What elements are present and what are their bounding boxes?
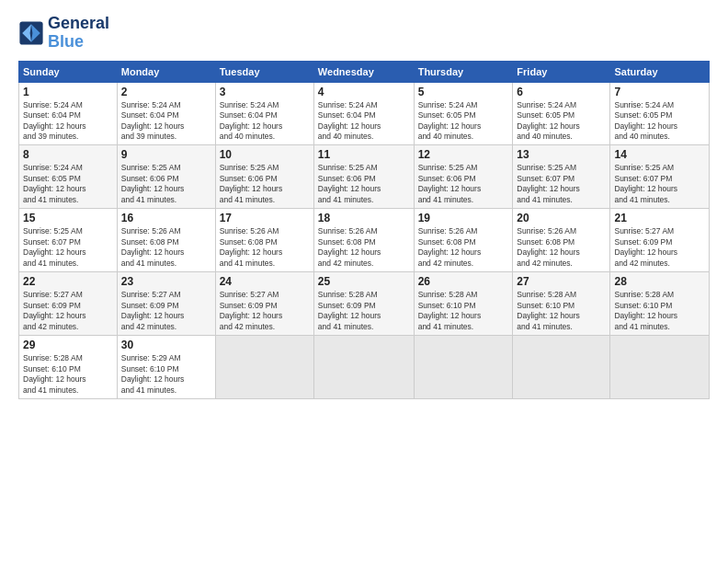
col-tuesday: Tuesday	[215, 61, 313, 82]
logo-text: GeneralBlue	[48, 15, 109, 52]
day-number: 30	[121, 339, 211, 351]
day-number: 8	[23, 148, 113, 161]
day-number: 21	[614, 212, 705, 224]
table-row: 17Sunrise: 5:26 AMSunset: 6:08 PMDayligh…	[215, 209, 313, 272]
header: GeneralBlue	[18, 15, 710, 52]
day-info: Sunrise: 5:25 AMSunset: 6:07 PMDaylight:…	[614, 163, 705, 205]
day-number: 3	[220, 86, 310, 98]
day-number: 22	[23, 275, 113, 288]
table-row: 30Sunrise: 5:29 AMSunset: 6:10 PMDayligh…	[117, 336, 215, 399]
col-wednesday: Wednesday	[313, 61, 414, 82]
col-friday: Friday	[513, 61, 610, 82]
table-row	[414, 336, 513, 399]
calendar-table: Sunday Monday Tuesday Wednesday Thursday…	[18, 61, 710, 399]
day-number: 11	[318, 148, 410, 161]
table-row: 11Sunrise: 5:25 AMSunset: 6:06 PMDayligh…	[313, 145, 414, 209]
day-info: Sunrise: 5:24 AMSunset: 6:04 PMDaylight:…	[121, 100, 211, 143]
table-row: 4Sunrise: 5:24 AMSunset: 6:04 PMDaylight…	[313, 82, 414, 145]
table-row: 21Sunrise: 5:27 AMSunset: 6:09 PMDayligh…	[610, 209, 710, 272]
day-number: 14	[614, 148, 705, 161]
day-number: 28	[614, 275, 705, 288]
day-number: 29	[23, 339, 113, 351]
table-row	[313, 336, 414, 399]
day-number: 1	[23, 86, 113, 98]
col-monday: Monday	[117, 61, 215, 82]
day-number: 18	[318, 212, 410, 224]
day-info: Sunrise: 5:26 AMSunset: 6:08 PMDaylight:…	[418, 226, 509, 269]
day-number: 12	[418, 148, 509, 161]
day-number: 23	[121, 275, 211, 288]
table-row: 14Sunrise: 5:25 AMSunset: 6:07 PMDayligh…	[610, 145, 710, 209]
table-row: 7Sunrise: 5:24 AMSunset: 6:05 PMDaylight…	[610, 82, 710, 145]
day-number: 15	[23, 212, 113, 224]
day-info: Sunrise: 5:24 AMSunset: 6:05 PMDaylight:…	[614, 100, 705, 143]
day-info: Sunrise: 5:24 AMSunset: 6:05 PMDaylight:…	[418, 100, 509, 143]
header-row: Sunday Monday Tuesday Wednesday Thursday…	[19, 61, 710, 82]
col-sunday: Sunday	[19, 61, 118, 82]
table-row: 18Sunrise: 5:26 AMSunset: 6:08 PMDayligh…	[313, 209, 414, 272]
table-row: 8Sunrise: 5:24 AMSunset: 6:05 PMDaylight…	[19, 145, 118, 209]
day-info: Sunrise: 5:28 AMSunset: 6:10 PMDaylight:…	[614, 290, 705, 332]
table-row: 2Sunrise: 5:24 AMSunset: 6:04 PMDaylight…	[117, 82, 215, 145]
table-row: 1Sunrise: 5:24 AMSunset: 6:04 PMDaylight…	[19, 82, 118, 145]
day-info: Sunrise: 5:26 AMSunset: 6:08 PMDaylight:…	[220, 226, 310, 269]
table-row: 24Sunrise: 5:27 AMSunset: 6:09 PMDayligh…	[215, 272, 313, 336]
day-info: Sunrise: 5:24 AMSunset: 6:04 PMDaylight:…	[23, 100, 113, 143]
day-number: 16	[121, 212, 211, 224]
table-row: 28Sunrise: 5:28 AMSunset: 6:10 PMDayligh…	[610, 272, 710, 336]
day-info: Sunrise: 5:26 AMSunset: 6:08 PMDaylight:…	[517, 226, 606, 269]
day-info: Sunrise: 5:25 AMSunset: 6:07 PMDaylight:…	[23, 226, 113, 269]
day-number: 9	[121, 148, 211, 161]
day-number: 19	[418, 212, 509, 224]
table-row: 3Sunrise: 5:24 AMSunset: 6:04 PMDaylight…	[215, 82, 313, 145]
table-row	[610, 336, 710, 399]
logo: GeneralBlue	[18, 15, 109, 52]
day-info: Sunrise: 5:25 AMSunset: 6:06 PMDaylight:…	[418, 163, 509, 205]
table-row: 27Sunrise: 5:28 AMSunset: 6:10 PMDayligh…	[513, 272, 610, 336]
day-info: Sunrise: 5:28 AMSunset: 6:09 PMDaylight:…	[318, 290, 410, 332]
table-row	[215, 336, 313, 399]
day-info: Sunrise: 5:27 AMSunset: 6:09 PMDaylight:…	[614, 226, 705, 269]
table-row: 22Sunrise: 5:27 AMSunset: 6:09 PMDayligh…	[19, 272, 118, 336]
day-number: 2	[121, 86, 211, 98]
day-number: 20	[517, 212, 606, 224]
day-number: 13	[517, 148, 606, 161]
day-number: 6	[517, 86, 606, 98]
day-info: Sunrise: 5:25 AMSunset: 6:07 PMDaylight:…	[517, 163, 606, 205]
day-info: Sunrise: 5:26 AMSunset: 6:08 PMDaylight:…	[318, 226, 410, 269]
day-info: Sunrise: 5:24 AMSunset: 6:04 PMDaylight:…	[220, 100, 310, 143]
day-number: 4	[318, 86, 410, 98]
table-row: 26Sunrise: 5:28 AMSunset: 6:10 PMDayligh…	[414, 272, 513, 336]
table-row: 25Sunrise: 5:28 AMSunset: 6:09 PMDayligh…	[313, 272, 414, 336]
table-row: 6Sunrise: 5:24 AMSunset: 6:05 PMDaylight…	[513, 82, 610, 145]
day-number: 25	[318, 275, 410, 288]
col-thursday: Thursday	[414, 61, 513, 82]
day-number: 17	[220, 212, 310, 224]
day-info: Sunrise: 5:29 AMSunset: 6:10 PMDaylight:…	[121, 353, 211, 396]
table-row: 15Sunrise: 5:25 AMSunset: 6:07 PMDayligh…	[19, 209, 118, 272]
table-row: 9Sunrise: 5:25 AMSunset: 6:06 PMDaylight…	[117, 145, 215, 209]
day-info: Sunrise: 5:25 AMSunset: 6:06 PMDaylight:…	[121, 163, 211, 205]
table-row: 23Sunrise: 5:27 AMSunset: 6:09 PMDayligh…	[117, 272, 215, 336]
day-number: 10	[220, 148, 310, 161]
table-row: 19Sunrise: 5:26 AMSunset: 6:08 PMDayligh…	[414, 209, 513, 272]
table-row: 29Sunrise: 5:28 AMSunset: 6:10 PMDayligh…	[19, 336, 118, 399]
table-row: 10Sunrise: 5:25 AMSunset: 6:06 PMDayligh…	[215, 145, 313, 209]
day-info: Sunrise: 5:24 AMSunset: 6:05 PMDaylight:…	[23, 163, 113, 205]
day-info: Sunrise: 5:24 AMSunset: 6:04 PMDaylight:…	[318, 100, 410, 143]
day-number: 27	[517, 275, 606, 288]
day-info: Sunrise: 5:28 AMSunset: 6:10 PMDaylight:…	[517, 290, 606, 332]
day-number: 7	[614, 86, 705, 98]
day-info: Sunrise: 5:25 AMSunset: 6:06 PMDaylight:…	[220, 163, 310, 205]
day-info: Sunrise: 5:24 AMSunset: 6:05 PMDaylight:…	[517, 100, 606, 143]
day-number: 5	[418, 86, 509, 98]
logo-icon	[18, 20, 44, 46]
day-number: 24	[220, 275, 310, 288]
table-row	[513, 336, 610, 399]
day-info: Sunrise: 5:27 AMSunset: 6:09 PMDaylight:…	[121, 290, 211, 332]
table-row: 13Sunrise: 5:25 AMSunset: 6:07 PMDayligh…	[513, 145, 610, 209]
calendar-page: GeneralBlue Sunday Monday Tuesday Wednes…	[0, 0, 728, 563]
day-info: Sunrise: 5:27 AMSunset: 6:09 PMDaylight:…	[220, 290, 310, 332]
table-row: 12Sunrise: 5:25 AMSunset: 6:06 PMDayligh…	[414, 145, 513, 209]
day-info: Sunrise: 5:28 AMSunset: 6:10 PMDaylight:…	[23, 353, 113, 396]
